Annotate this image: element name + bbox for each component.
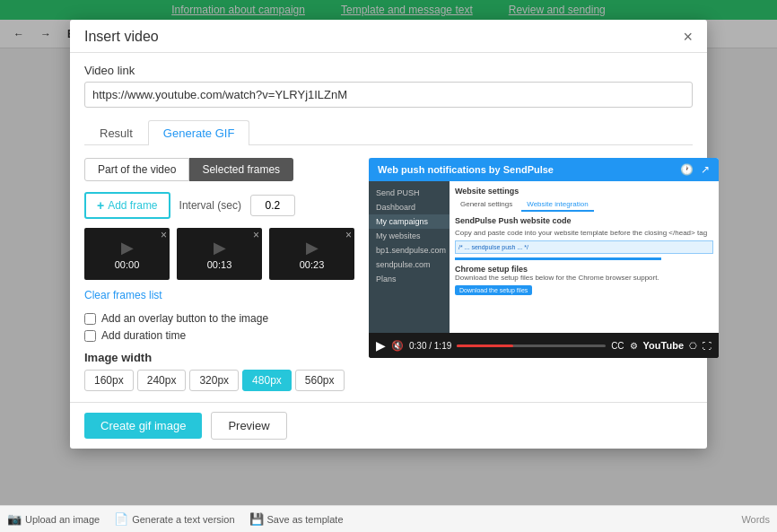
- mock-tab-website: Website integration: [521, 198, 593, 212]
- frame-item-3: × ▶ 00:23: [269, 228, 354, 280]
- bottom-bar: 📷 Upload an image 📄 Generate a text vers…: [0, 505, 777, 532]
- mock-body: Send PUSH Dashboard My campaigns My webs…: [369, 181, 719, 333]
- video-link-field: Video link: [84, 64, 693, 108]
- part-of-video-button[interactable]: Part of the video: [84, 158, 189, 181]
- left-panel: Part of the video Selected frames + Add …: [84, 158, 354, 391]
- interval-input[interactable]: [250, 195, 295, 216]
- mute-button[interactable]: 🔇: [391, 340, 404, 352]
- frame-time-3: 00:23: [300, 259, 325, 270]
- mock-sidebar-url: bp1.sendpulse.com: [369, 243, 450, 257]
- mock-sidebar: Send PUSH Dashboard My campaigns My webs…: [369, 181, 450, 333]
- modal-title: Insert video: [84, 29, 159, 45]
- modal-body: Video link Result Generate GIF: [70, 53, 707, 402]
- overlay-checkbox[interactable]: [84, 313, 96, 325]
- cc-button[interactable]: CC: [611, 341, 624, 351]
- modal-close-button[interactable]: ×: [683, 29, 693, 45]
- frames-list: × ▶ 00:00 × ▶ 00:13 × ▶ 00:23: [84, 228, 354, 280]
- fullscreen-button[interactable]: ⛶: [703, 341, 712, 351]
- mock-sidebar-websites: My websites: [369, 229, 450, 243]
- duration-checkbox-label: Add duration time: [101, 329, 186, 342]
- upload-image-item[interactable]: 📷 Upload an image: [7, 512, 100, 526]
- upload-image-label: Upload an image: [25, 514, 100, 525]
- frame-item-2: × ▶ 00:13: [177, 228, 262, 280]
- add-frame-button[interactable]: + Add frame: [84, 192, 170, 219]
- generate-text-icon: 📄: [114, 512, 128, 526]
- mock-tabs: General settings Website integration: [455, 198, 713, 212]
- clear-frames-link[interactable]: Clear frames list: [84, 289, 354, 301]
- mock-sidebar-dashboard: Dashboard: [369, 200, 450, 214]
- mock-main-title: Website settings: [455, 187, 713, 196]
- mock-code-title: SendPulse Push website code: [455, 216, 713, 225]
- progress-bar[interactable]: [457, 344, 606, 347]
- frame-icon-1: ▶: [121, 238, 134, 257]
- mock-chrome-title: Chrome setup files: [455, 265, 713, 274]
- frame-item: × ▶ 00:00: [84, 228, 170, 280]
- clock-icon: 🕐: [680, 163, 694, 176]
- add-frame-row: + Add frame Interval (sec): [84, 192, 354, 219]
- upload-image-icon: 📷: [7, 512, 22, 526]
- mock-code-area: /* ... sendpulse push ... */: [455, 240, 713, 254]
- video-preview: Web push notifications by SendPulse 🕐 ↗: [369, 158, 719, 358]
- plus-icon: +: [97, 198, 104, 213]
- preview-button[interactable]: Preview: [211, 412, 286, 440]
- duration-checkbox[interactable]: [84, 330, 96, 342]
- create-gif-button[interactable]: Create gif image: [84, 413, 202, 439]
- frame-time-1: 00:00: [115, 259, 140, 270]
- frame-close-1[interactable]: ×: [161, 230, 167, 240]
- generate-text-item[interactable]: 📄 Generate a text version: [114, 512, 234, 526]
- modal-overlay: Insert video × Video link Result Generat…: [0, 0, 777, 532]
- width-320[interactable]: 320px: [189, 370, 239, 391]
- mock-header-title: Web push notifications by SendPulse: [378, 164, 554, 175]
- right-panel: Web push notifications by SendPulse 🕐 ↗: [369, 158, 719, 391]
- chromecast-button[interactable]: ⎔: [689, 341, 697, 351]
- play-button[interactable]: ▶: [376, 338, 386, 353]
- mock-code-text: Copy and paste code into your website te…: [455, 228, 713, 238]
- video-link-input[interactable]: [84, 82, 693, 108]
- save-template-item[interactable]: 💾 Save as template: [249, 512, 344, 526]
- generate-text-label: Generate a text version: [132, 514, 234, 525]
- youtube-logo: YouTube: [643, 340, 684, 351]
- insert-video-modal: Insert video × Video link Result Generat…: [70, 20, 707, 449]
- mock-download-btn: Download the setup files: [455, 285, 532, 295]
- share-icon: ↗: [701, 163, 710, 176]
- mock-header-icons: 🕐 ↗: [680, 163, 710, 176]
- frame-close-2[interactable]: ×: [253, 230, 259, 240]
- duration-checkbox-row: Add duration time: [84, 329, 354, 342]
- mock-tab-general: General settings: [455, 198, 518, 212]
- overlay-checkbox-label: Add an overlay button to the image: [101, 312, 268, 325]
- mock-main: Website settings General settings Websit…: [450, 181, 719, 333]
- save-template-icon: 💾: [249, 512, 264, 526]
- wordcount: Words: [741, 514, 770, 525]
- video-thumbnail: Web push notifications by SendPulse 🕐 ↗: [369, 158, 719, 333]
- mock-sidebar-campaigns: My campaigns: [369, 214, 450, 229]
- video-link-label: Video link: [84, 64, 693, 77]
- settings-button[interactable]: ⚙: [630, 341, 638, 351]
- interval-label: Interval (sec): [179, 199, 241, 212]
- mock-chrome-text: Download the setup files below for the C…: [455, 274, 713, 282]
- video-mode-toggle: Part of the video Selected frames: [84, 158, 354, 181]
- width-480[interactable]: 480px: [242, 370, 292, 391]
- width-160[interactable]: 160px: [84, 370, 134, 391]
- tabs-container: Result Generate GIF: [84, 120, 693, 145]
- frame-time-2: 00:13: [207, 259, 232, 270]
- frame-close-3[interactable]: ×: [345, 230, 352, 240]
- width-240[interactable]: 240px: [137, 370, 187, 391]
- mock-sidebar-plans: Plans: [369, 272, 450, 286]
- mock-header: Web push notifications by SendPulse 🕐 ↗: [369, 158, 719, 181]
- selected-frames-button[interactable]: Selected frames: [189, 158, 293, 181]
- tab-result[interactable]: Result: [84, 120, 148, 145]
- width-560[interactable]: 560px: [295, 370, 345, 391]
- tab-content: Part of the video Selected frames + Add …: [84, 158, 693, 391]
- image-width-options: 160px 240px 320px 480px 560px: [84, 370, 354, 391]
- save-template-label: Save as template: [267, 514, 344, 525]
- frame-icon-3: ▶: [306, 238, 319, 257]
- overlay-checkbox-row: Add an overlay button to the image: [84, 312, 354, 325]
- website-settings-mock: Web push notifications by SendPulse 🕐 ↗: [369, 158, 719, 333]
- mock-sidebar-sendpulse2: sendpulse.com: [369, 257, 450, 272]
- mock-highlight-bar: [455, 257, 661, 260]
- tab-generate-gif[interactable]: Generate GIF: [148, 120, 249, 145]
- frame-icon-2: ▶: [214, 238, 226, 257]
- mock-sidebar-sendpulse: Send PUSH: [369, 186, 450, 200]
- modal-footer: Create gif image Preview: [70, 402, 707, 449]
- video-controls: ▶ 🔇 0:30 / 1:19 CC ⚙ YouTube ⎔ ⛶: [369, 333, 719, 358]
